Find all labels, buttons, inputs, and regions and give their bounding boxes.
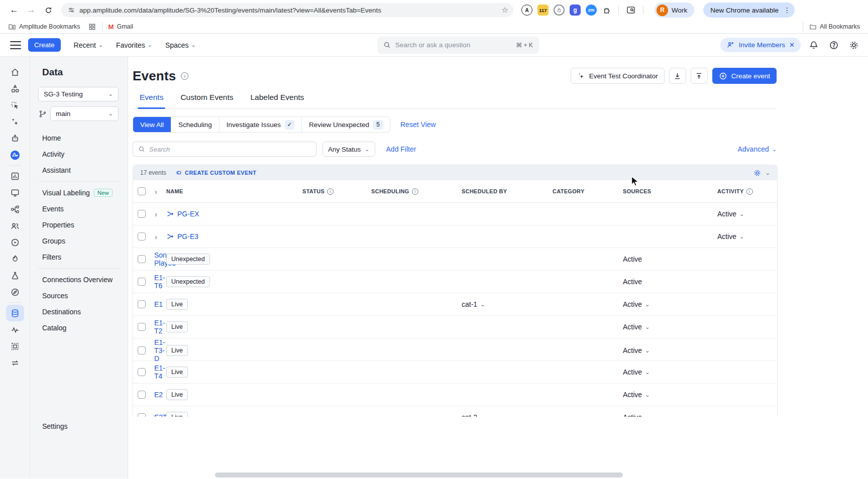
site-settings-icon[interactable]	[67, 6, 75, 14]
chevron-down-icon[interactable]: ⌄	[766, 170, 770, 176]
column-header[interactable]: STATUS	[298, 188, 367, 195]
row-checkbox[interactable]	[138, 413, 146, 417]
tab[interactable]: Custom Events	[180, 93, 233, 102]
rail-objects-icon[interactable]	[6, 80, 24, 97]
extension-counter-icon[interactable]: 117	[537, 5, 549, 16]
activity-select[interactable]: Active⌄	[713, 232, 778, 241]
column-header[interactable]: SCHEDULED BY	[458, 188, 549, 194]
browser-profile-chip[interactable]: R Work	[655, 3, 694, 18]
activity-select[interactable]: Active	[619, 278, 713, 286]
table-row[interactable]: E1-T2 Live Active⌄	[133, 316, 777, 338]
sidebar-item[interactable]: Catalog	[30, 320, 128, 336]
row-checkbox[interactable]	[138, 300, 146, 308]
category-select[interactable]: cat-1⌄	[462, 300, 485, 308]
help-icon[interactable]	[829, 40, 839, 50]
table-row[interactable]: E2T Live cat-2⌄ Active⌄	[133, 406, 777, 417]
table-search-input[interactable]	[149, 146, 311, 153]
sidebar-item-settings[interactable]: Settings	[30, 418, 128, 430]
extension-lock-icon[interactable]	[554, 5, 565, 16]
create-button[interactable]: Create	[28, 38, 61, 52]
info-icon[interactable]	[327, 188, 334, 195]
row-checkbox[interactable]	[138, 323, 146, 331]
sidebar-item[interactable]: Assistant	[30, 162, 128, 178]
table-row[interactable]: Song Played Unexpected Active	[133, 248, 777, 271]
apps-grid-icon[interactable]	[88, 23, 96, 31]
activity-select[interactable]: Active⌄	[619, 391, 713, 399]
rail-frame-icon[interactable]	[6, 338, 24, 354]
table-row[interactable]: E1 Live cat-1⌄ Active⌄	[133, 293, 777, 316]
close-icon[interactable]: ✕	[789, 41, 795, 49]
horizontal-scrollbar[interactable]	[215, 472, 623, 477]
upload-button[interactable]	[691, 68, 708, 84]
column-header[interactable]: SOURCES	[619, 188, 713, 194]
extension-zoom-icon[interactable]: zm	[586, 5, 597, 16]
rail-charts-icon[interactable]	[6, 168, 24, 184]
expand-row-chevron-icon[interactable]: ›	[150, 210, 162, 218]
table-settings-gear-icon[interactable]	[753, 169, 762, 177]
global-search-input[interactable]	[395, 41, 511, 49]
table-row[interactable]: E1-T6 Unexpected Active	[133, 271, 777, 293]
event-name-link[interactable]: E1	[154, 300, 163, 308]
rail-discover-compass-icon[interactable]	[6, 284, 24, 300]
activity-select[interactable]: Active⌄	[619, 368, 713, 376]
sidebar-item[interactable]: Filters	[30, 249, 128, 265]
invite-members-button[interactable]: Invite Members ✕	[720, 38, 801, 52]
rail-journeys-icon[interactable]	[6, 201, 24, 217]
browser-back-icon[interactable]: ←	[7, 3, 21, 17]
table-row[interactable]: E1-T4 Live Active⌄	[133, 361, 777, 384]
activity-select[interactable]: Active⌄	[619, 300, 713, 308]
sidebar-item[interactable]: Visual LabelingNew	[30, 185, 128, 201]
menu-spaces[interactable]: Spaces⌄	[165, 41, 196, 49]
reset-view-link[interactable]: Reset View	[400, 121, 436, 129]
rail-home-icon[interactable]	[6, 64, 24, 80]
status-filter-select[interactable]: Any Status ⌄	[322, 142, 375, 157]
download-button[interactable]	[669, 68, 686, 84]
add-filter-link[interactable]: Add Filter	[386, 145, 416, 153]
hamburger-menu-icon[interactable]	[10, 41, 21, 49]
event-name-link[interactable]: PG-E3	[166, 232, 198, 241]
side-panel-icon[interactable]	[626, 5, 636, 15]
tab[interactable]: Events	[140, 93, 163, 102]
expand-row-chevron-icon[interactable]: ›	[150, 232, 162, 241]
rail-signals-icon[interactable]	[6, 321, 24, 338]
extension-a-icon[interactable]: A	[521, 5, 532, 16]
bookmark-gmail[interactable]: M Gmail	[108, 23, 134, 31]
sidebar-item[interactable]: Properties	[30, 217, 128, 233]
info-icon[interactable]	[412, 188, 418, 195]
kebab-menu-icon[interactable]: ⋮	[784, 6, 791, 14]
advanced-link[interactable]: Advanced ⌄	[738, 145, 777, 153]
category-select[interactable]: cat-2⌄	[462, 413, 485, 417]
view-review-unexpected-button[interactable]: Review Unexpected 5	[301, 117, 390, 132]
select-all-checkbox[interactable]	[138, 187, 146, 195]
menu-recent[interactable]: Recent⌄	[74, 41, 103, 49]
column-header[interactable]: CATEGORY	[549, 188, 619, 194]
tab[interactable]: Labeled Events	[251, 93, 304, 102]
menu-favorites[interactable]: Favorites⌄	[116, 41, 152, 49]
rail-session-replay-icon[interactable]	[6, 234, 24, 251]
row-checkbox[interactable]	[138, 278, 146, 286]
row-checkbox[interactable]	[138, 368, 146, 376]
rail-heatmap-flame-icon[interactable]	[6, 251, 24, 267]
event-test-coordinator-button[interactable]: Event Test Coordinator	[571, 68, 665, 84]
extension-g-icon[interactable]: g	[570, 5, 581, 16]
info-icon[interactable]	[746, 188, 753, 195]
rail-dashboards-icon[interactable]	[6, 184, 24, 201]
table-row[interactable]: E2 Live Active⌄	[133, 384, 777, 406]
row-checkbox[interactable]	[138, 210, 146, 218]
sidebar-item[interactable]: Events	[30, 201, 128, 217]
row-checkbox[interactable]	[138, 232, 146, 241]
table-row[interactable]: › PG-E3 Ac	[133, 225, 777, 248]
bookmark-star-icon[interactable]: ☆	[502, 6, 508, 15]
event-name-link[interactable]: E2	[154, 391, 163, 399]
activity-select[interactable]: Active⌄	[713, 210, 778, 218]
table-row[interactable]: › PG-EX Ac	[133, 203, 777, 225]
create-event-button[interactable]: Create event	[712, 68, 777, 84]
expand-all-chevron-icon[interactable]: ›	[150, 187, 162, 196]
table-row[interactable]: E1-T3-D Live Active⌄	[133, 338, 777, 361]
row-checkbox[interactable]	[138, 346, 146, 354]
sidebar-item[interactable]: Destinations	[30, 304, 128, 320]
rail-ai-sparkles-icon[interactable]	[6, 113, 24, 130]
info-icon[interactable]	[181, 72, 188, 80]
create-custom-event-link[interactable]: CREATE CUSTOM EVENT	[175, 169, 256, 176]
chrome-update-button[interactable]: New Chrome available ⋮	[703, 3, 794, 18]
